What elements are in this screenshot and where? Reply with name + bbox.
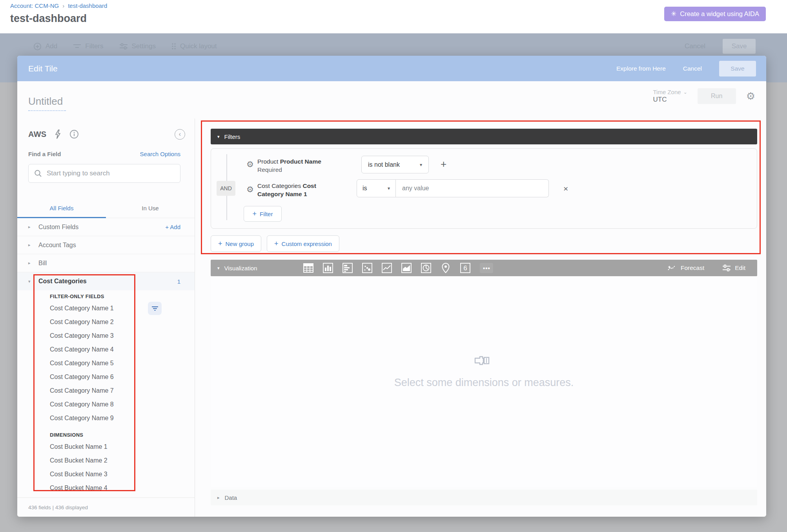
time-zone-selector[interactable]: Time Zone ⌄ UTC bbox=[653, 89, 687, 104]
field-group-cost-categories[interactable]: ▾ Cost Categories 1 bbox=[17, 272, 195, 290]
filter-icon bbox=[151, 306, 158, 311]
aida-sparkle-icon: ✳ bbox=[671, 10, 676, 18]
filter-by-field-button[interactable] bbox=[148, 302, 162, 315]
bar-chart-icon[interactable] bbox=[342, 263, 353, 273]
field-group-account-tags[interactable]: ▸ Account Tags bbox=[17, 236, 195, 254]
search-icon bbox=[34, 169, 42, 177]
chevron-right-icon: ▸ bbox=[28, 261, 38, 266]
map-icon[interactable] bbox=[441, 263, 451, 273]
dashboard-settings-button: Settings bbox=[119, 42, 156, 50]
page: Account: CCM-NG › test-dashboard test-da… bbox=[0, 0, 787, 532]
collapse-sidebar-button[interactable]: ‹ bbox=[175, 129, 185, 140]
chevron-down-icon: ▾ bbox=[217, 266, 220, 271]
empty-state-message: Select some dimensions or measures. bbox=[394, 377, 574, 389]
chevron-right-icon: ▸ bbox=[217, 495, 220, 500]
run-button[interactable]: Run bbox=[698, 88, 736, 104]
dimensions-header: DIMENSIONS bbox=[50, 430, 195, 440]
filter-settings-gear-icon[interactable]: ⚙ bbox=[246, 160, 254, 169]
filter-only-fields-header: FILTER-ONLY FIELDS bbox=[50, 291, 195, 301]
filter-lines-icon bbox=[73, 43, 81, 49]
filter-field-label: Cost Categories Cost Category Name 1 bbox=[257, 182, 330, 198]
breadcrumb-separator-icon: › bbox=[62, 2, 64, 9]
explore-name: AWS bbox=[28, 130, 46, 139]
table-icon[interactable] bbox=[303, 263, 313, 273]
fields-count-footer: 436 fields | 436 displayed bbox=[17, 497, 195, 517]
field-item[interactable]: Cost Category Name 3 bbox=[50, 329, 195, 343]
chevron-down-icon: ▾ bbox=[388, 186, 390, 191]
lightning-bolt-icon bbox=[55, 129, 61, 139]
breadcrumb-account-link[interactable]: Account: CCM-NG bbox=[10, 2, 59, 9]
field-search-input[interactable] bbox=[47, 169, 175, 177]
tab-in-use[interactable]: In Use bbox=[106, 198, 195, 218]
chevron-down-icon: ▾ bbox=[420, 162, 422, 168]
search-options-link[interactable]: Search Options bbox=[140, 151, 180, 157]
scatter-plot-icon[interactable] bbox=[362, 263, 372, 273]
new-group-button[interactable]: + New group bbox=[211, 235, 261, 252]
field-item[interactable]: Cost Category Name 8 bbox=[50, 397, 195, 411]
filters-section-header[interactable]: ▾ Filters bbox=[211, 129, 757, 144]
filter-operator-dropdown[interactable]: is ▾ bbox=[357, 179, 396, 197]
add-filter-value-button[interactable]: + bbox=[441, 158, 446, 170]
field-item[interactable]: Cost Category Name 9 bbox=[50, 411, 195, 425]
field-search-box[interactable] bbox=[28, 164, 180, 183]
drag-dots-icon bbox=[171, 43, 176, 50]
filter-settings-gear-icon[interactable]: ⚙ bbox=[246, 185, 254, 194]
time-zone-value: UTC bbox=[653, 96, 687, 104]
plus-icon: + bbox=[218, 240, 222, 248]
line-chart-icon[interactable] bbox=[382, 263, 392, 273]
chevron-right-icon: ▸ bbox=[28, 242, 38, 248]
field-item[interactable]: Cost Category Name 4 bbox=[50, 343, 195, 356]
field-item[interactable]: Cost Category Name 5 bbox=[50, 356, 195, 370]
custom-expression-button[interactable]: + Custom expression bbox=[267, 235, 339, 252]
query-settings-gear-icon[interactable]: ⚙ bbox=[746, 91, 755, 101]
field-item[interactable]: Cost Category Name 7 bbox=[50, 384, 195, 397]
explore-from-here-button[interactable]: Explore from Here bbox=[616, 65, 666, 72]
single-value-icon[interactable]: 6 bbox=[460, 263, 470, 273]
field-group-bill[interactable]: ▸ Bill bbox=[17, 254, 195, 272]
breadcrumb: Account: CCM-NG › test-dashboard bbox=[10, 2, 107, 9]
forecast-button[interactable]: Forecast bbox=[667, 264, 704, 271]
filter-value-input[interactable] bbox=[396, 179, 549, 197]
create-widget-aida-button[interactable]: ✳ Create a widget using AIDA bbox=[664, 7, 766, 21]
field-group-custom-fields[interactable]: ▸ Custom Fields + Add bbox=[17, 218, 195, 236]
modal-save-button[interactable]: Save bbox=[719, 61, 756, 77]
forecast-icon bbox=[667, 264, 677, 271]
remove-filter-button[interactable]: × bbox=[563, 184, 568, 193]
pie-chart-icon[interactable] bbox=[421, 263, 431, 273]
field-item[interactable]: Cost Category Name 2 bbox=[50, 315, 195, 329]
data-section-header[interactable]: ▸ Data bbox=[211, 490, 757, 505]
visualization-section-header[interactable]: ▾ Visualization bbox=[211, 260, 757, 276]
edit-tile-modal: Edit Tile Explore from Here Cancel Save … bbox=[17, 56, 766, 517]
tile-toolbar: Untitled Time Zone ⌄ UTC Run ⚙ bbox=[17, 81, 766, 118]
field-item[interactable]: Cost Category Name 6 bbox=[50, 370, 195, 384]
add-custom-field-button[interactable]: + Add bbox=[165, 224, 180, 230]
filter-field-label: Product Product Name Required bbox=[257, 157, 334, 174]
tile-title-input[interactable]: Untitled bbox=[28, 95, 66, 111]
dashboard-quick-layout-button: Quick layout bbox=[171, 42, 217, 50]
filters-panel: ⚙ Product Product Name Required is not b… bbox=[211, 148, 757, 229]
dashboard-toolbar: Add Filters Settings Quick layout Cancel… bbox=[0, 38, 787, 55]
flashlight-icon bbox=[474, 355, 493, 366]
field-item[interactable]: Cost Bucket Name 2 bbox=[50, 454, 195, 467]
field-item[interactable]: Cost Bucket Name 1 bbox=[50, 440, 195, 454]
chevron-left-icon: ‹ bbox=[179, 131, 181, 138]
edit-visualization-button[interactable]: Edit bbox=[722, 264, 745, 271]
info-icon[interactable] bbox=[69, 129, 79, 139]
modal-cancel-button[interactable]: Cancel bbox=[683, 65, 702, 72]
field-item[interactable]: Cost Category Name 1 bbox=[50, 301, 195, 315]
field-tabs: All Fields In Use bbox=[17, 198, 195, 218]
and-connector-chip[interactable]: AND bbox=[217, 181, 235, 196]
field-item[interactable]: Cost Bucket Name 4 bbox=[50, 481, 195, 495]
more-options-icon[interactable]: ••• bbox=[480, 263, 493, 273]
filter-operator-dropdown[interactable]: is not blank ▾ bbox=[361, 156, 429, 173]
find-a-field-label: Find a Field bbox=[28, 151, 61, 157]
svg-text:6: 6 bbox=[464, 264, 467, 272]
breadcrumb-current-link[interactable]: test-dashboard bbox=[68, 2, 107, 9]
area-chart-icon[interactable] bbox=[401, 263, 412, 273]
tab-all-fields[interactable]: All Fields bbox=[17, 198, 106, 218]
field-item[interactable]: Cost Bucket Name 3 bbox=[50, 467, 195, 481]
in-use-count-badge: 1 bbox=[177, 278, 180, 285]
column-chart-icon[interactable] bbox=[323, 263, 333, 273]
chevron-right-icon: ▸ bbox=[28, 224, 38, 230]
add-filter-button[interactable]: + Filter bbox=[244, 206, 282, 222]
